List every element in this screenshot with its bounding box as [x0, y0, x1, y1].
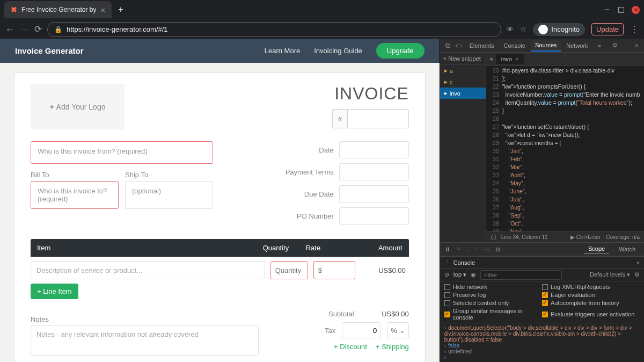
clear-console-icon[interactable]: ⊘ — [444, 271, 449, 278]
scope-tab[interactable]: Scope — [584, 244, 609, 254]
snippet-invo[interactable]: ▸invo — [440, 88, 486, 99]
page-header: Invoice Generator Learn More Invoicing G… — [0, 39, 440, 63]
bookmark-icon[interactable]: ☆ — [520, 25, 526, 33]
watch-tab[interactable]: Watch — [614, 245, 640, 254]
forward-icon[interactable]: → — [20, 24, 29, 35]
item-quantity-input[interactable] — [270, 261, 308, 279]
items-table: Item Quantity Rate Amount US$0.00 Line I… — [31, 239, 409, 299]
due-date-input[interactable] — [339, 185, 409, 202]
logo-upload[interactable]: Add Your Logo — [31, 84, 125, 129]
subtotal-value: US$0.00 — [361, 310, 409, 318]
new-snippet-button[interactable]: + New snippet — [440, 53, 486, 65]
omnibox[interactable]: 🔒 https://invoice-generator.com/#/1 — [47, 22, 501, 37]
page-viewport: Invoice Generator Learn More Invoicing G… — [0, 39, 440, 362]
opt-log-xhr[interactable]: Log XMLHttpRequests — [542, 284, 640, 290]
code-editor[interactable]: 20#id-payers div.class-titler > div.clas… — [486, 66, 644, 231]
nav-left-icon[interactable]: ◂ — [489, 55, 493, 62]
close-icon[interactable]: × — [515, 56, 518, 62]
context-selector[interactable]: top ▾ — [453, 271, 466, 278]
tab-network[interactable]: Network — [562, 40, 592, 51]
snippet-a[interactable]: ▸a — [440, 65, 486, 76]
terms-label: Payment Terms — [275, 168, 334, 176]
logo-placeholder: Add Your Logo — [50, 103, 106, 111]
from-input[interactable] — [31, 141, 213, 164]
gear-icon[interactable]: ⚙ — [610, 42, 620, 49]
item-rate-input[interactable] — [313, 261, 355, 279]
po-number-input[interactable] — [339, 207, 409, 225]
lock-icon: 🔒 — [54, 26, 62, 33]
opt-preserve[interactable]: Preserve log — [444, 292, 542, 298]
opt-hide-network[interactable]: Hide network — [444, 284, 542, 290]
close-icon[interactable]: × — [636, 259, 640, 266]
browser-tab[interactable]: ✖ Free Invoice Generator by × — [4, 1, 112, 18]
chevron-down-icon: ⌄ — [399, 327, 405, 335]
inspect-icon[interactable]: ⧉ — [443, 41, 452, 50]
editor-status: {} Line 34, Column 11 ▶ Ctrl+Enter Cover… — [486, 231, 644, 242]
deactivate-bp-icon[interactable]: ⊘ — [495, 246, 500, 253]
device-icon[interactable]: ▭ — [453, 41, 464, 49]
opt-eager[interactable]: Eager evaluation — [542, 292, 640, 298]
ship-to-input[interactable] — [125, 181, 213, 209]
bill-to-input[interactable] — [31, 181, 119, 209]
step-icon[interactable]: →| — [482, 246, 490, 252]
kebab-icon[interactable]: ⋮ — [630, 24, 639, 34]
eye-off-icon[interactable]: 👁 — [507, 25, 514, 33]
item-description-input[interactable] — [31, 261, 265, 279]
debugger-bar: ⏸ ↷ ↓ ↑ →| ⊘ Scope Watch — [440, 242, 644, 256]
window-close-icon[interactable] — [632, 6, 640, 14]
cursor-position: Line 34, Column 11 — [501, 234, 548, 240]
payment-terms-input[interactable] — [339, 163, 409, 180]
levels-selector[interactable]: Default levels ▾ — [590, 271, 630, 278]
nav-learn-more[interactable]: Learn More — [265, 47, 300, 55]
eye-icon[interactable]: ◉ — [471, 271, 476, 278]
maximize-icon[interactable] — [618, 7, 624, 13]
nav-invoicing-guide[interactable]: Invoicing Guide — [314, 47, 362, 55]
tab-elements[interactable]: Elements — [465, 40, 499, 51]
tax-unit-selector[interactable]: %⌄ — [387, 322, 409, 338]
opt-group[interactable]: Group similar messages in console — [444, 308, 542, 321]
close-icon[interactable]: × — [632, 41, 641, 49]
window-controls — [603, 6, 640, 14]
add-shipping-link[interactable]: Shipping — [376, 343, 409, 351]
opt-triggers[interactable]: Evaluate triggers user activation — [542, 308, 640, 321]
tax-input[interactable] — [342, 322, 380, 338]
invoice-number-input[interactable] — [347, 109, 409, 128]
close-icon[interactable]: × — [100, 5, 105, 15]
favicon-icon: ✖ — [11, 5, 17, 14]
update-button[interactable]: Update — [591, 23, 624, 35]
upgrade-button[interactable]: Upgrade — [376, 43, 425, 59]
snippets-sidebar: + New snippet ▸a ▸c ▸invo — [440, 53, 486, 242]
col-item: Item — [37, 244, 263, 252]
run-snippet-hint[interactable]: ▶ Ctrl+Enter — [570, 234, 601, 240]
opt-autocomplete[interactable]: Autocomplete from history — [542, 300, 640, 306]
step-into-icon[interactable]: ↓ — [466, 246, 469, 252]
date-input[interactable] — [339, 141, 409, 158]
incognito-badge: Incognito — [533, 23, 585, 36]
kebab-icon[interactable]: ⋮ — [621, 42, 631, 49]
tab-overflow[interactable]: » — [594, 40, 605, 51]
pause-icon[interactable]: ⏸ — [444, 246, 450, 252]
editor-tab[interactable]: invo× — [496, 54, 524, 64]
browser-tabbar: ✖ Free Invoice Generator by × + — [0, 0, 644, 19]
tab-sources[interactable]: Sources — [531, 40, 561, 52]
drawer-kebab-icon[interactable]: ⋮ — [444, 259, 450, 266]
reload-icon[interactable]: ⟳ — [34, 24, 42, 35]
add-line-item-button[interactable]: Line Item — [31, 284, 78, 299]
invoice-card: Add Your Logo INVOICE # — [14, 73, 426, 362]
back-icon[interactable]: ← — [5, 24, 14, 35]
tab-console[interactable]: Console — [500, 40, 530, 51]
brace-icon[interactable]: {} — [491, 234, 497, 240]
due-date-label: Due Date — [275, 190, 334, 198]
step-over-icon[interactable]: ↷ — [456, 246, 460, 253]
opt-selected-ctx[interactable]: Selected context only — [444, 300, 542, 306]
step-out-icon[interactable]: ↑ — [474, 246, 477, 252]
minimize-icon[interactable] — [603, 6, 611, 13]
notes-input[interactable] — [31, 325, 259, 356]
gear-icon[interactable]: ⚙ — [634, 271, 640, 278]
new-tab-button[interactable]: + — [118, 5, 123, 15]
snippet-c[interactable]: ▸c — [440, 76, 486, 88]
invoice-number-label: # — [332, 109, 347, 128]
console-filter-input[interactable] — [480, 270, 562, 280]
devtools-tabs: ⧉ ▭ Elements Console Sources Network » ⚙… — [440, 39, 644, 53]
add-discount-link[interactable]: Discount — [334, 343, 367, 351]
